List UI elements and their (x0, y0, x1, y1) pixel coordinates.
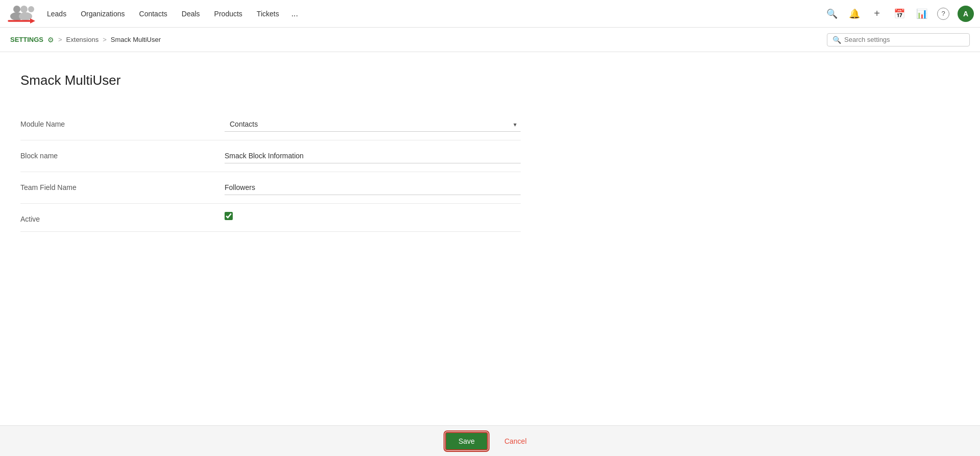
nav-products[interactable]: Products (208, 7, 249, 21)
settings-search-input[interactable] (844, 36, 964, 43)
module-name-select-wrapper: Contacts Leads Organizations Deals Produ… (225, 117, 521, 132)
settings-search-box: 🔍 (827, 33, 970, 46)
team-field-value (225, 180, 521, 195)
breadcrumb-current: Smack MultiUser (111, 36, 161, 43)
main-content: Smack MultiUser Module Name Contacts Lea… (0, 52, 980, 425)
bell-icon[interactable]: 🔔 (847, 7, 862, 21)
nav-deals[interactable]: Deals (176, 7, 206, 21)
breadcrumb-sep-1: > (58, 36, 62, 43)
nav-tickets[interactable]: Tickets (251, 7, 285, 21)
team-field-input[interactable] (225, 180, 521, 195)
calendar-icon[interactable]: 📅 (892, 7, 906, 21)
block-name-input[interactable] (225, 149, 521, 163)
settings-gear-icon[interactable]: ⚙ (47, 36, 54, 44)
module-name-select[interactable]: Contacts Leads Organizations Deals Produ… (225, 117, 521, 132)
search-icon[interactable]: 🔍 (825, 7, 839, 21)
top-nav: Leads Organizations Contacts Deals Produ… (0, 0, 980, 28)
avatar[interactable]: A (958, 6, 974, 22)
chart-icon[interactable]: 📊 (915, 7, 929, 21)
svg-point-1 (20, 6, 28, 13)
active-label: Active (20, 212, 225, 223)
settings-bar: SETTINGS ⚙ > Extensions > Smack MultiUse… (0, 28, 980, 52)
nav-more[interactable]: ... (287, 6, 302, 21)
active-row: Active (20, 204, 521, 232)
footer: Save Cancel (0, 425, 980, 456)
save-button[interactable]: Save (445, 432, 488, 450)
nav-actions: 🔍 🔔 + 📅 📊 ? A (825, 6, 974, 22)
nav-contacts[interactable]: Contacts (133, 7, 174, 21)
breadcrumb-sep-2: > (103, 36, 107, 43)
settings-link[interactable]: SETTINGS (10, 36, 43, 43)
module-name-row: Module Name Contacts Leads Organizations… (20, 109, 521, 140)
settings-search-icon: 🔍 (832, 36, 841, 44)
add-icon[interactable]: + (870, 7, 884, 21)
nav-links: Leads Organizations Contacts Deals Produ… (41, 6, 825, 21)
help-icon[interactable]: ? (937, 8, 949, 20)
block-name-value (225, 149, 521, 163)
team-field-row: Team Field Name (20, 172, 521, 204)
logo[interactable] (6, 4, 37, 24)
nav-leads[interactable]: Leads (41, 7, 72, 21)
block-name-row: Block name (20, 140, 521, 172)
active-value (225, 212, 521, 222)
page-title: Smack MultiUser (20, 73, 960, 88)
svg-point-2 (28, 6, 34, 12)
svg-point-0 (13, 6, 20, 13)
svg-marker-6 (30, 18, 35, 23)
team-field-label: Team Field Name (20, 180, 225, 191)
block-name-label: Block name (20, 149, 225, 160)
module-name-label: Module Name (20, 117, 225, 128)
active-checkbox[interactable] (225, 212, 233, 220)
breadcrumb-extensions[interactable]: Extensions (66, 36, 99, 43)
module-name-value: Contacts Leads Organizations Deals Produ… (225, 117, 521, 132)
cancel-button[interactable]: Cancel (496, 433, 535, 449)
nav-organizations[interactable]: Organizations (75, 7, 131, 21)
form-section: Module Name Contacts Leads Organizations… (20, 109, 521, 232)
